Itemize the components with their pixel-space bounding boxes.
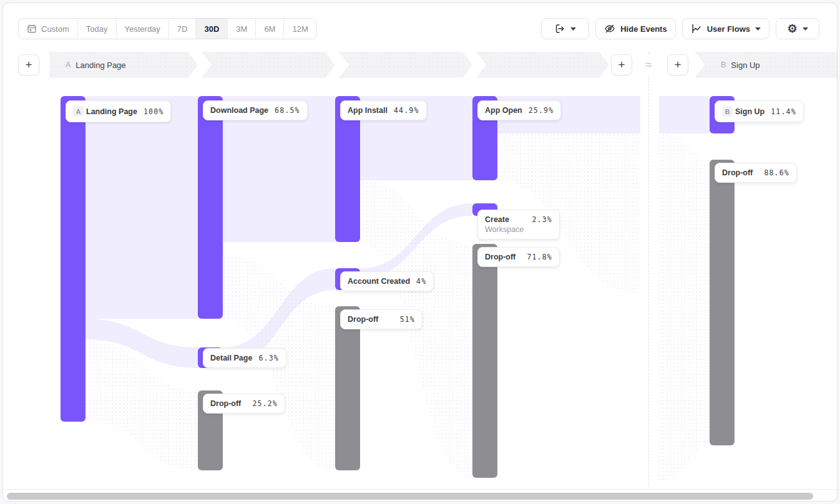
add-step-button-b[interactable]: + bbox=[667, 54, 688, 75]
step-b-label: Sign Up bbox=[731, 61, 759, 70]
node-badge-a: A bbox=[73, 106, 84, 117]
step-a-label: Landing Page bbox=[76, 61, 125, 70]
step-header-a[interactable]: A Landing Page bbox=[66, 52, 126, 78]
node-label-landing-page[interactable]: ALanding Page 100% bbox=[66, 100, 171, 122]
plus-icon: + bbox=[618, 58, 625, 72]
node-label-drop-off-25[interactable]: Drop-off 25.2% bbox=[203, 394, 285, 414]
node-label-app-open[interactable]: App Open 25.9% bbox=[477, 100, 561, 120]
node-label-create-workspace[interactable]: Create 2.3% Workspace bbox=[477, 210, 560, 240]
step-b-badge: B bbox=[721, 61, 726, 69]
node-label-sign-up[interactable]: BSign Up 11.4% bbox=[715, 100, 804, 122]
plus-icon: + bbox=[674, 58, 681, 72]
plus-icon: + bbox=[25, 58, 32, 72]
approx-icon: ≈ bbox=[636, 54, 661, 75]
add-step-button-left[interactable]: + bbox=[18, 54, 39, 75]
flow-sectionb-signup bbox=[659, 96, 710, 133]
node-label-drop-off-51[interactable]: Drop-off 51% bbox=[340, 309, 422, 329]
node-bar-drop-off-71[interactable] bbox=[472, 244, 497, 478]
node-bar-landing-page[interactable] bbox=[61, 96, 85, 422]
flow-drop-71 bbox=[360, 181, 472, 478]
add-step-button-mid[interactable]: + bbox=[611, 54, 632, 75]
node-badge-b: B bbox=[722, 106, 733, 117]
node-bar-download-page[interactable] bbox=[198, 96, 223, 319]
node-label-detail-page[interactable]: Detail Page 6.3% bbox=[203, 348, 286, 368]
node-label-app-install[interactable]: App Install 44.9% bbox=[340, 100, 427, 120]
node-label-drop-off-71[interactable]: Drop-off 71.8% bbox=[477, 247, 560, 267]
step-header-b[interactable]: B Sign Up bbox=[721, 52, 760, 78]
step-a-badge: A bbox=[66, 61, 71, 69]
node-bar-drop-off-51[interactable] bbox=[335, 306, 360, 470]
node-bar-drop-off-88[interactable] bbox=[710, 160, 735, 445]
node-label-account-created[interactable]: Account Created 4% bbox=[340, 271, 434, 291]
flow-drop-88 bbox=[659, 133, 710, 481]
app-card: Custom Today Yesterday 7D 30D 3M 6M 12M … bbox=[2, 2, 838, 502]
node-label-download-page[interactable]: Download Page 68.5% bbox=[203, 100, 308, 120]
node-label-drop-off-88[interactable]: Drop-off 88.6% bbox=[715, 163, 797, 183]
flow-landing-download bbox=[85, 96, 198, 319]
